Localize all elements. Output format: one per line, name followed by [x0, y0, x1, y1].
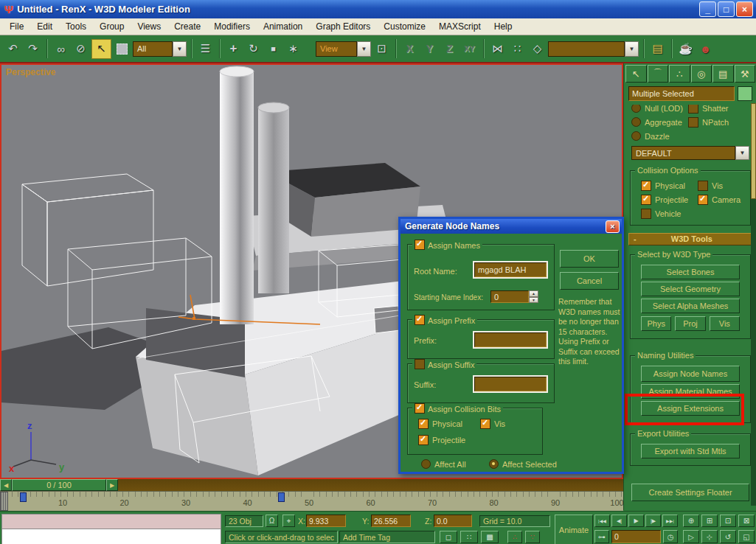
array-icon[interactable]: ∷: [508, 40, 527, 58]
trackbar-key-marker[interactable]: [20, 492, 27, 502]
select-alpha-meshes-button[interactable]: Select Alpha Meshes: [641, 299, 740, 313]
region-select-icon[interactable]: [113, 40, 131, 58]
tab-create-icon[interactable]: ↖: [625, 65, 647, 83]
snap-toggle-icon[interactable]: ∗: [284, 40, 302, 58]
arc-rotate-icon[interactable]: ↺: [720, 530, 736, 543]
proj-button[interactable]: Proj: [675, 316, 705, 331]
dazzle-radio[interactable]: [631, 131, 641, 141]
gizmo-dots-a-icon[interactable]: ∴: [507, 531, 522, 543]
physical-checkbox[interactable]: [641, 181, 651, 191]
rotate-icon[interactable]: ↻: [244, 40, 263, 58]
restrict-xy-button[interactable]: XY: [460, 40, 479, 58]
create-settings-floater-button[interactable]: Create Settings Floater: [631, 484, 749, 501]
named-selection-dropdown[interactable]: ▼: [548, 41, 639, 57]
cancel-button[interactable]: Cancel: [560, 272, 619, 290]
w3d-tools-rollout[interactable]: - W3D Tools: [628, 233, 752, 245]
chevron-down-icon[interactable]: ▼: [357, 41, 371, 57]
menu-file[interactable]: File: [3, 20, 30, 33]
zoom-extents-icon[interactable]: ⊡: [720, 515, 736, 527]
spinner-down-icon[interactable]: ▼: [529, 297, 538, 304]
assign-prefix-checkbox[interactable]: [415, 315, 425, 325]
render-teapot-icon[interactable]: ☕: [676, 40, 695, 58]
menu-group[interactable]: Group: [93, 20, 131, 33]
restrict-y-button[interactable]: Y: [420, 40, 439, 58]
dlg-vis-checkbox[interactable]: [480, 419, 490, 429]
menu-edit[interactable]: Edit: [30, 20, 59, 33]
go-to-end-icon[interactable]: ▶▶|: [662, 515, 678, 527]
menu-tools[interactable]: Tools: [59, 20, 93, 33]
menu-help[interactable]: Help: [488, 20, 519, 33]
use-pivot-center-icon[interactable]: ⊡: [372, 40, 391, 58]
selection-name-field[interactable]: Multiple Selected: [628, 86, 735, 101]
trackbar-key-marker[interactable]: [278, 492, 285, 502]
vp-toggle-c-icon[interactable]: ▩: [481, 531, 499, 543]
select-geometry-button[interactable]: Select Geometry: [641, 282, 740, 296]
frame-forward-button[interactable]: ▶: [106, 479, 118, 491]
restrict-z-button[interactable]: Z: [440, 40, 459, 58]
menu-graph-editors[interactable]: Graph Editors: [309, 20, 377, 33]
time-slider-handle[interactable]: 0 / 100: [12, 479, 106, 491]
add-time-tag-field[interactable]: Add Time Tag: [339, 531, 435, 543]
object-color-swatch[interactable]: [738, 86, 752, 101]
play-icon[interactable]: ▶: [628, 515, 644, 527]
zoom-icon[interactable]: ⊕: [683, 515, 699, 527]
viewport-label[interactable]: Perspective: [6, 67, 55, 77]
starting-index-field[interactable]: 0: [490, 290, 529, 303]
vp-toggle-b-icon[interactable]: ∷: [460, 531, 478, 543]
tab-utilities-icon[interactable]: ⚒: [735, 65, 756, 83]
maxscript-mini-listener-white[interactable]: [1, 529, 221, 544]
menu-views[interactable]: Views: [131, 20, 167, 33]
prefix-field[interactable]: [474, 332, 547, 347]
scrollbar-thumb[interactable]: [751, 103, 756, 199]
frame-back-button[interactable]: ◀: [0, 479, 12, 491]
npatch-checkbox[interactable]: [688, 117, 698, 128]
vp-toggle-a-icon[interactable]: ◻: [440, 531, 457, 543]
animate-button[interactable]: Animate: [555, 515, 593, 544]
menu-animation[interactable]: Animation: [257, 20, 309, 33]
panel-scrollbar[interactable]: [751, 103, 756, 506]
move-icon[interactable]: +: [224, 40, 243, 58]
restore-button[interactable]: □: [718, 1, 735, 17]
menu-customize[interactable]: Customize: [377, 20, 432, 33]
select-object-icon[interactable]: ↖: [91, 39, 111, 59]
tab-modify-icon[interactable]: ⌒: [648, 65, 669, 83]
tab-display-icon[interactable]: ▤: [712, 65, 734, 83]
select-bones-button[interactable]: Select Bones: [641, 265, 740, 279]
min-max-toggle-icon[interactable]: ◱: [738, 530, 755, 543]
set-key-icon[interactable]: ⊶: [594, 530, 609, 543]
selection-lock-icon[interactable]: Ω: [266, 515, 278, 527]
field-of-view-icon[interactable]: ▷: [683, 530, 699, 543]
index-spinner[interactable]: ▲ ▼: [529, 290, 538, 303]
assign-collision-bits-checkbox[interactable]: [415, 403, 425, 414]
next-frame-icon[interactable]: |▶: [645, 515, 661, 527]
affect-selected-radio[interactable]: [489, 459, 499, 469]
current-frame-field[interactable]: 0: [611, 530, 661, 543]
menu-maxscript[interactable]: MAXScript: [432, 20, 488, 33]
assign-suffix-checkbox[interactable]: [415, 359, 425, 369]
redo-icon[interactable]: ↷: [24, 40, 42, 58]
chevron-down-icon[interactable]: ▼: [625, 41, 639, 57]
reference-coordinate-dropdown[interactable]: View ▼: [316, 41, 371, 57]
menu-modifiers[interactable]: Modifiers: [207, 20, 257, 33]
dialog-close-icon[interactable]: ×: [606, 220, 620, 233]
chevron-down-icon[interactable]: ▼: [735, 146, 749, 160]
dlg-physical-checkbox[interactable]: [418, 419, 429, 429]
chevron-down-icon[interactable]: ▼: [173, 41, 187, 57]
menu-create[interactable]: Create: [167, 20, 207, 33]
vis-checkbox[interactable]: [698, 181, 708, 191]
dlg-projectile-checkbox[interactable]: [418, 435, 429, 445]
maxscript-mini-listener-pink[interactable]: [1, 514, 221, 529]
zoom-extents-all-icon[interactable]: ⊠: [738, 515, 755, 527]
spinner-up-icon[interactable]: ▲: [529, 290, 538, 297]
go-to-start-icon[interactable]: |◀◀: [594, 515, 610, 527]
z-coord-field[interactable]: 0.0: [434, 515, 472, 527]
export-std-mtls-button[interactable]: Export with Std Mtls: [641, 444, 740, 458]
close-button[interactable]: ×: [736, 1, 753, 17]
aggregate-radio[interactable]: [631, 117, 641, 127]
assign-names-checkbox[interactable]: [415, 240, 425, 250]
restrict-x-button[interactable]: X: [400, 40, 419, 58]
trackbar-caret[interactable]: [0, 492, 8, 511]
previous-frame-icon[interactable]: ◀|: [611, 515, 627, 527]
projectile-checkbox[interactable]: [641, 195, 651, 205]
y-coord-field[interactable]: 26.556: [371, 515, 411, 527]
